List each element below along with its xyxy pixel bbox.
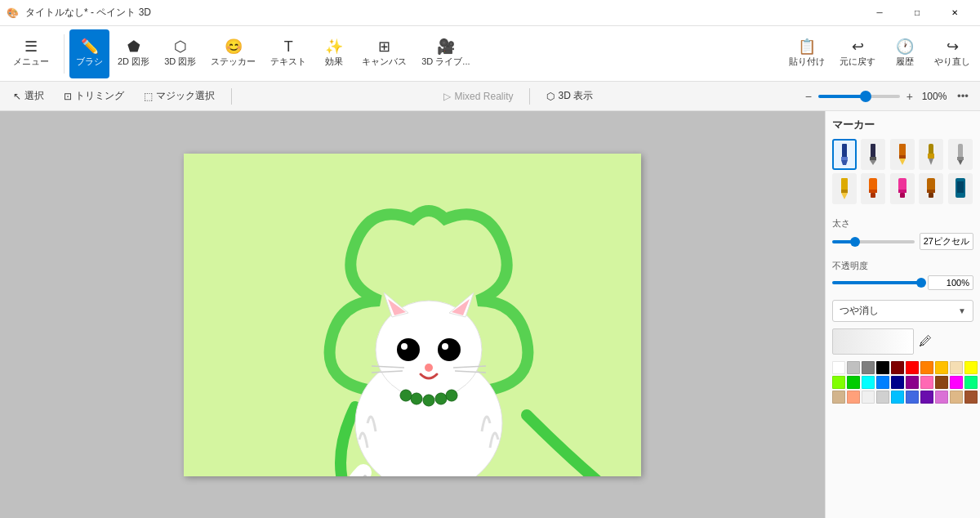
size-value[interactable]: 27ピクセル [920,233,973,250]
swatch-gray[interactable] [862,361,875,374]
marker-teal-box[interactable] [948,173,973,204]
menu-button[interactable]: ☰ メニュー [3,29,59,78]
sec-sep-1 [231,88,232,105]
3dlive-button[interactable]: 🎥 3D ライブ... [415,29,476,78]
history-button[interactable]: 🕐 履歴 [884,29,926,78]
select-button[interactable]: ↖ 選択 [7,86,51,106]
swatch-lightsalmon[interactable] [847,391,860,404]
marker-grey-pen[interactable] [948,139,973,170]
marker-orange-marker[interactable] [861,173,885,204]
swatch-tan[interactable] [832,391,845,404]
undo-button[interactable]: ↩ 元に戻す [833,29,882,78]
more-button[interactable]: ••• [952,88,973,104]
swatch-springgreen[interactable] [964,376,978,389]
svg-rect-35 [841,178,848,191]
svg-rect-27 [899,155,906,159]
marker-fountain-pen[interactable] [919,139,943,170]
svg-marker-37 [841,193,848,199]
app-title: タイトルなし* - ペイント 3D [25,6,151,20]
marker-calligraphy[interactable] [832,139,857,170]
size-control-row: 27ピクセル [832,233,973,250]
svg-rect-48 [957,181,964,193]
sec-sep-2 [529,88,530,105]
finish-selector[interactable]: つや消し ▼ [832,300,973,322]
marker-pen[interactable] [861,139,885,170]
redo-button[interactable]: ↪ やり直し [928,29,977,78]
toolbar-right: 📋 貼り付け ↩ 元に戻す 🕐 履歴 ↪ やり直し [782,29,977,78]
maximize-button[interactable]: □ [898,0,936,26]
3dlive-label: 3D ライブ... [421,56,470,68]
history-label: 履歴 [896,56,914,68]
canvas-icon: ⊞ [378,39,390,54]
color-swatches [832,361,973,404]
swatch-silver[interactable] [847,361,860,374]
3dlive-icon: 🎥 [437,39,455,54]
marker-brown-marker[interactable] [919,173,943,204]
swatch-green[interactable] [847,376,860,389]
canvas-area[interactable] [0,111,825,518]
svg-point-7 [438,338,461,361]
swatch-deepskyblue[interactable] [891,391,904,404]
main-area: マーカー [0,111,980,518]
paste-button[interactable]: 📋 貼り付け [782,29,831,78]
color-preview[interactable] [832,328,914,355]
swatch-red[interactable] [906,361,919,374]
swatch-sienna[interactable] [964,391,978,404]
swatch-darkblue[interactable] [891,376,904,389]
magic-select-button[interactable]: ⬚ マジック選択 [137,86,221,106]
swatch-wheat[interactable] [950,361,963,374]
mixed-reality-button[interactable]: ▷ Mixed Reality [437,87,519,105]
swatch-darkred[interactable] [891,361,904,374]
zoom-area: − + 100% ••• [802,88,973,105]
effects-button[interactable]: ✨ 効果 [314,29,354,78]
opacity-slider[interactable] [832,281,923,284]
marker-pencil-orange[interactable] [890,139,915,170]
redo-icon: ↪ [947,39,959,54]
swatch-royalblue[interactable] [906,391,919,404]
svg-rect-39 [869,190,877,193]
swatch-hotpink[interactable] [920,376,933,389]
swatch-orange[interactable] [920,361,933,374]
shape2d-button[interactable]: ⬟ 2D 図形 [111,29,156,78]
swatch-saddlebrown[interactable] [935,376,948,389]
swatch-white[interactable] [832,361,845,374]
undo-icon: ↩ [852,39,864,54]
svg-point-8 [401,343,408,350]
right-panel: マーカー [825,111,980,518]
shape3d-label: 3D 図形 [164,56,196,68]
swatch-lightgray[interactable] [862,391,875,404]
marker-yellow-pencil[interactable] [832,173,857,204]
swatch-amber[interactable] [935,361,948,374]
swatch-magenta[interactable] [950,376,963,389]
size-slider[interactable] [832,240,915,243]
shape3d-button[interactable]: ⬡ 3D 図形 [158,29,203,78]
swatch-cyan[interactable] [862,376,875,389]
zoom-minus-button[interactable]: − [802,88,815,105]
swatch-lime[interactable] [832,376,845,389]
zoom-plus-button[interactable]: + [903,88,916,105]
brush-button[interactable]: ✏️ ブラシ [69,29,109,78]
swatch-gainsboro[interactable] [876,391,889,404]
swatch-yellow[interactable] [964,361,978,374]
swatch-orchid[interactable] [935,391,948,404]
text-button[interactable]: T テキスト [264,29,313,78]
opacity-value[interactable]: 100% [928,275,973,290]
close-button[interactable]: ✕ [936,0,973,26]
brush-icon: ✏️ [81,39,99,54]
drawing-canvas[interactable] [184,154,641,476]
eyedropper-button[interactable]: 🖉 [919,334,932,349]
trim-button[interactable]: ⊡ トリミング [57,86,131,106]
swatch-black[interactable] [876,361,889,374]
toolbar: ☰ メニュー ✏️ ブラシ ⬟ 2D 図形 ⬡ 3D 図形 😊 ステッカー T … [0,26,980,82]
swatch-darkmagenta[interactable] [906,376,919,389]
swatch-blue[interactable] [876,376,889,389]
marker-pink-marker[interactable] [890,173,915,204]
view3d-button[interactable]: ⬡ 3D 表示 [540,86,599,106]
sticker-button[interactable]: 😊 ステッカー [204,29,262,78]
canvas-button[interactable]: ⊞ キャンバス [355,29,413,78]
svg-rect-38 [869,178,877,191]
zoom-slider[interactable] [818,95,900,98]
minimize-button[interactable]: ─ [861,0,898,26]
swatch-purple[interactable] [920,391,933,404]
swatch-burlywood[interactable] [950,391,963,404]
